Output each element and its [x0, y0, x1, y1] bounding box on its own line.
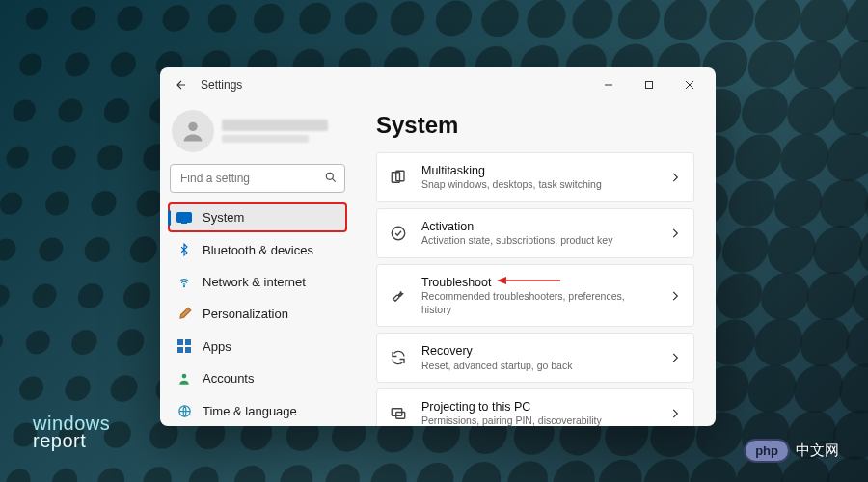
sidebar-item-system[interactable]: System	[168, 202, 347, 232]
bluetooth-icon	[176, 241, 193, 258]
svg-line-4	[332, 178, 335, 181]
card-sub: Snap windows, desktops, task switching	[421, 178, 655, 192]
svg-rect-6	[181, 223, 187, 224]
watermark-windowsreport: windows report	[33, 415, 110, 449]
svg-point-16	[392, 227, 405, 240]
php-pill: php	[744, 439, 790, 463]
sidebar-item-label: Personalization	[203, 307, 288, 321]
card-sub: Activation state, subscriptions, product…	[421, 234, 655, 248]
sidebar-item-apps[interactable]: Apps	[168, 332, 347, 362]
svg-rect-10	[177, 347, 183, 353]
projecting-icon	[389, 404, 408, 423]
sidebar-item-label: System	[203, 210, 244, 225]
card-sub: Reset, advanced startup, go back	[421, 360, 655, 373]
card-title: Multitasking	[421, 163, 655, 178]
sidebar-item-accounts[interactable]: Accounts	[168, 363, 347, 393]
window-title: Settings	[201, 78, 242, 92]
card-title: Troubleshoot	[421, 275, 655, 290]
sidebar-item-label: Network & internet	[203, 275, 306, 289]
globe-icon	[176, 402, 193, 419]
profile-text	[222, 120, 343, 143]
card-title: Projecting to this PC	[421, 399, 655, 415]
chevron-right-icon	[668, 407, 682, 420]
svg-rect-11	[185, 347, 191, 353]
main-pane: System Multitasking Snap windows, deskto…	[355, 102, 716, 426]
search-input[interactable]	[170, 164, 345, 193]
person-icon	[176, 370, 193, 388]
svg-rect-5	[177, 212, 192, 222]
window-controls	[588, 69, 710, 100]
card-projecting[interactable]: Projecting to this PC Permissions, pairi…	[376, 388, 694, 426]
back-button[interactable]	[166, 69, 197, 100]
close-button[interactable]	[669, 69, 710, 100]
page-title: System	[376, 112, 694, 139]
watermark-line2: report	[33, 432, 110, 449]
sidebar-item-label: Accounts	[203, 371, 254, 386]
chevron-right-icon	[668, 227, 682, 240]
chevron-right-icon	[668, 171, 682, 184]
nav-list: System Bluetooth & devices Network & int…	[168, 202, 347, 426]
sidebar-item-label: Time & language	[203, 404, 297, 418]
sidebar: System Bluetooth & devices Network & int…	[160, 102, 355, 426]
card-title: Activation	[421, 219, 655, 234]
sidebar-item-time[interactable]: Time & language	[168, 396, 347, 426]
watermark-php: php 中文网	[744, 439, 839, 463]
sidebar-item-personalization[interactable]: Personalization	[168, 299, 347, 329]
card-sub: Permissions, pairing PIN, discoverabilit…	[421, 415, 655, 426]
avatar	[172, 110, 214, 152]
apps-icon	[176, 337, 193, 355]
sidebar-item-bluetooth[interactable]: Bluetooth & devices	[168, 234, 347, 264]
svg-point-2	[188, 122, 197, 131]
multitask-icon	[389, 168, 408, 187]
settings-window: Settings	[160, 67, 716, 426]
chevron-right-icon	[668, 289, 682, 303]
card-title: Recovery	[421, 343, 655, 359]
search-icon	[324, 171, 338, 188]
wrench-icon	[389, 286, 408, 306]
sidebar-item-label: Bluetooth & devices	[203, 243, 313, 257]
svg-point-7	[183, 285, 184, 286]
brush-icon	[176, 306, 193, 323]
sidebar-item-label: Apps	[203, 339, 231, 354]
card-multitasking[interactable]: Multitasking Snap windows, desktops, tas…	[376, 152, 694, 202]
wifi-icon	[176, 274, 193, 291]
chevron-right-icon	[668, 351, 682, 364]
svg-rect-8	[177, 339, 183, 345]
sidebar-item-network[interactable]: Network & internet	[168, 267, 347, 297]
svg-point-12	[182, 374, 187, 379]
maximize-button[interactable]	[629, 69, 669, 100]
minimize-button[interactable]	[588, 69, 629, 100]
svg-rect-1	[646, 82, 653, 89]
svg-point-3	[326, 173, 333, 179]
search-row	[170, 164, 345, 193]
check-circle-icon	[389, 224, 408, 243]
card-activation[interactable]: Activation Activation state, subscriptio…	[376, 208, 694, 258]
card-troubleshoot[interactable]: Troubleshoot Recommended troubleshooters…	[376, 264, 694, 328]
user-profile[interactable]	[168, 106, 347, 164]
php-cn-text: 中文网	[796, 442, 839, 460]
svg-rect-9	[185, 339, 191, 345]
titlebar: Settings	[160, 67, 716, 102]
card-sub: Recommended troubleshooters, preferences…	[421, 290, 655, 316]
display-icon	[176, 209, 193, 227]
card-recovery[interactable]: Recovery Reset, advanced startup, go bac…	[376, 333, 694, 383]
recovery-icon	[389, 348, 408, 367]
